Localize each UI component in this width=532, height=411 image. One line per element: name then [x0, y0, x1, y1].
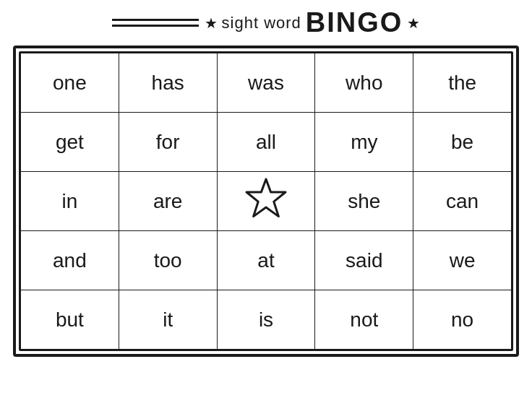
- bingo-label: BINGO: [306, 7, 403, 38]
- star-icon-right: ★: [407, 14, 420, 32]
- bingo-card-outer: onehaswaswhothegetforallmybeinare shecan…: [13, 46, 519, 357]
- header-text-group: ★ sight word BINGO ★: [205, 7, 421, 38]
- cell-1-4: be: [413, 113, 512, 172]
- cell-2-4: can: [413, 172, 512, 231]
- table-row: inare shecan: [21, 172, 512, 231]
- cell-1-2: all: [217, 113, 315, 172]
- bingo-grid: onehaswaswhothegetforallmybeinare shecan…: [20, 53, 512, 350]
- table-row: getforallmybe: [21, 113, 512, 172]
- cell-4-2: is: [217, 290, 315, 350]
- cell-2-3: she: [315, 172, 413, 231]
- table-row: andtooatsaidwe: [21, 231, 512, 290]
- bingo-card-inner: onehaswaswhothegetforallmybeinare shecan…: [19, 51, 513, 351]
- cell-3-4: we: [413, 231, 512, 290]
- cell-1-1: for: [119, 113, 217, 172]
- cell-1-0: get: [21, 113, 119, 172]
- header-line-bottom: [112, 25, 199, 27]
- cell-2-2: [217, 172, 315, 231]
- page-header: ★ sight word BINGO ★: [14, 7, 518, 38]
- cell-2-0: in: [21, 172, 119, 231]
- table-row: onehaswaswhothe: [21, 53, 512, 113]
- cell-2-1: are: [119, 172, 217, 231]
- cell-3-1: too: [119, 231, 217, 290]
- table-row: butitisnotno: [21, 290, 512, 350]
- cell-4-0: but: [21, 290, 119, 350]
- cell-0-2: was: [217, 53, 315, 113]
- free-star-icon: [244, 177, 288, 220]
- cell-4-1: it: [119, 290, 217, 350]
- cell-0-3: who: [315, 53, 413, 113]
- cell-3-0: and: [21, 231, 119, 290]
- cell-0-1: has: [119, 53, 217, 113]
- sight-word-label: sight word: [222, 14, 301, 33]
- cell-1-3: my: [315, 113, 413, 172]
- header-line-top: [112, 19, 199, 21]
- cell-0-0: one: [21, 53, 119, 113]
- cell-4-4: no: [413, 290, 512, 350]
- svg-marker-0: [246, 179, 286, 217]
- star-icon-left: ★: [205, 14, 218, 32]
- cell-3-2: at: [217, 231, 315, 290]
- cell-0-4: the: [413, 53, 512, 113]
- cell-4-3: not: [315, 290, 413, 350]
- header-lines-left: [112, 19, 199, 27]
- cell-3-3: said: [315, 231, 413, 290]
